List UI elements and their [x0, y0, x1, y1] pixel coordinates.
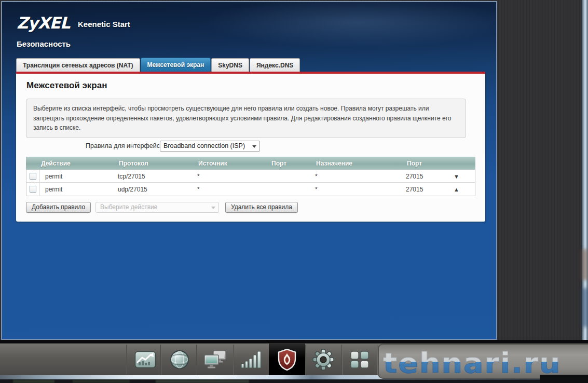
internet-globe-icon: [169, 349, 190, 370]
tab-bar: Трансляция сетевых адресов (NAT) Межсете…: [16, 58, 300, 72]
nav-wifi-signal[interactable]: [233, 344, 269, 376]
taskbar-blur-patch: [13, 380, 54, 383]
signal-bars-icon: [240, 350, 262, 369]
chevron-down-icon: [252, 145, 256, 148]
cell-destination: *: [315, 186, 406, 193]
settings-gear-icon: [312, 349, 334, 371]
col-header-destination: Назначение: [315, 160, 406, 167]
col-header-action: Действие: [40, 160, 118, 167]
device-model: Keenetic Start: [78, 20, 130, 29]
taskbar-blur-patch: [156, 380, 249, 383]
tab-yandexdns[interactable]: Яндекс.DNS: [250, 58, 300, 72]
bulk-action-select-disabled[interactable]: Выберите действие: [95, 202, 219, 213]
col-header-source-port: Порт: [270, 160, 315, 167]
nav-firewall-active[interactable]: [269, 344, 305, 376]
add-rule-button[interactable]: Добавить правило: [26, 202, 91, 213]
chevron-down-icon: [211, 207, 215, 209]
cell-source: *: [197, 186, 270, 193]
col-header-dest-port: Порт: [406, 160, 453, 167]
cell-protocol: udp/27015: [118, 186, 197, 193]
apps-grid-icon: [350, 350, 370, 369]
traffic-chart-icon: [134, 351, 156, 368]
nav-internet[interactable]: [161, 344, 198, 376]
router-admin-window: ZyXEL Keenetic Start Безопасность Трансл…: [1, 1, 497, 340]
tab-skydns[interactable]: SkyDNS: [211, 58, 249, 72]
firewall-rules-table: Действие Протокол Источник Порт Назначен…: [26, 157, 475, 196]
edge-smudge: [582, 249, 588, 280]
nav-settings[interactable]: [305, 344, 341, 376]
interface-row: Правила для интерфейса: Broadband connec…: [16, 141, 485, 151]
page-section-title: Безопасность: [17, 39, 71, 48]
table-body: permit tcp/27015 * * 27015 ▼ permit udp/…: [26, 170, 475, 196]
watermark-panel: tehnari.ru: [378, 344, 588, 379]
firewall-shield-icon: [277, 349, 297, 371]
panel-description: Выберите из списка интерфейс, чтобы прос…: [26, 99, 466, 138]
rule-checkbox[interactable]: [30, 186, 36, 193]
nav-applications[interactable]: [341, 344, 378, 376]
network-computers-icon: [203, 350, 227, 370]
table-row[interactable]: permit udp/27015 * * 27015 ▲: [26, 183, 475, 196]
move-rule-down-icon[interactable]: ▼: [453, 173, 475, 180]
interface-select[interactable]: Broadband connection (ISP): [160, 141, 260, 152]
cell-destination: *: [315, 173, 406, 180]
panel-title: Межсетевой экран: [26, 80, 107, 91]
bottom-right-dark-block: [540, 375, 588, 383]
rule-checkbox[interactable]: [30, 173, 36, 180]
nav-home-network[interactable]: [197, 344, 234, 376]
edge-smudge: [582, 288, 588, 327]
checkbox-cell: [26, 183, 40, 196]
col-header-source: Источник: [197, 160, 270, 167]
delete-all-rules-button[interactable]: Удалить все правила: [225, 202, 298, 213]
cell-protocol: tcp/27015: [118, 173, 197, 180]
cell-dest-port: 27015: [406, 186, 453, 193]
move-rule-up-icon[interactable]: ▲: [453, 186, 475, 193]
checkbox-cell: [26, 170, 40, 183]
tab-firewall[interactable]: Межсетевой экран: [141, 58, 211, 72]
desktop: ZyXEL Keenetic Start Безопасность Трансл…: [0, 0, 588, 383]
watermark-text: tehnari.ru: [383, 347, 562, 379]
col-header-protocol: Протокол: [118, 160, 197, 167]
table-actions-row: Добавить правило Выберите действие Удали…: [16, 202, 485, 213]
tab-nat[interactable]: Трансляция сетевых адресов (NAT): [16, 58, 140, 72]
cell-dest-port: 27015: [406, 173, 453, 180]
table-row[interactable]: permit tcp/27015 * * 27015 ▼: [26, 170, 475, 183]
nav-system-monitor[interactable]: [127, 344, 163, 376]
cell-action: permit: [40, 173, 118, 180]
interface-select-value: Broadband connection (ISP): [163, 142, 245, 149]
desktop-edge-strip: [582, 0, 588, 383]
cell-action: permit: [40, 186, 118, 193]
interface-select-label: Правила для интерфейса:: [86, 142, 165, 149]
bulk-action-placeholder: Выберите действие: [100, 203, 157, 211]
taskbar-blur-patch: [73, 380, 130, 383]
zyxel-logo: ZyXEL: [17, 13, 70, 32]
table-header-row: Действие Протокол Источник Порт Назначен…: [26, 157, 475, 170]
firewall-panel: Межсетевой экран Выберите из списка инте…: [16, 74, 485, 222]
cell-source: *: [197, 173, 270, 180]
